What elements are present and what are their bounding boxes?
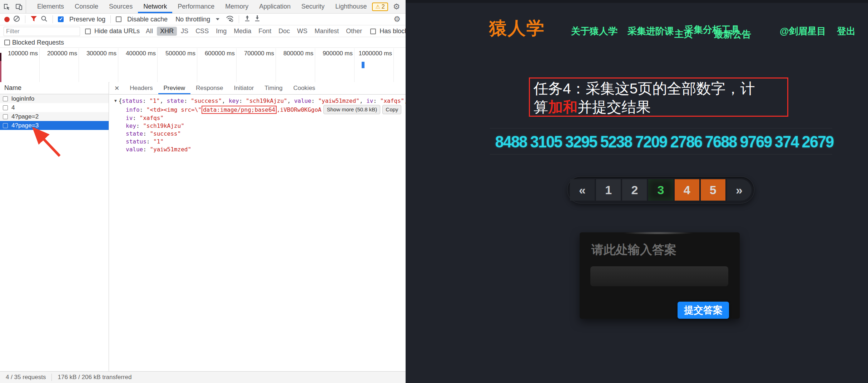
close-detail-icon[interactable]: ✕ <box>109 82 124 94</box>
import-har-icon[interactable] <box>244 15 251 24</box>
request-type-filter[interactable]: Img <box>213 27 230 36</box>
devtools-tab[interactable]: Network <box>138 0 172 13</box>
network-overview-timeline[interactable]: 100000 ms200000 ms300000 ms400000 ms5000… <box>0 48 406 82</box>
data-number: 8488 <box>495 132 527 151</box>
network-conditions-icon[interactable] <box>226 15 234 24</box>
nav-link[interactable]: 登出 <box>837 25 855 37</box>
network-filter-row: Hide data URLs AllXHRJSCSSImgMediaFontDo… <box>0 26 406 37</box>
search-icon[interactable] <box>41 15 48 24</box>
json-info-line: info: "<td><img src=\"data:image/png;bas… <box>114 105 406 114</box>
request-type-filter[interactable]: CSS <box>192 27 212 36</box>
device-toolbar-icon[interactable] <box>14 2 24 11</box>
json-property-line: state: "success" <box>114 130 406 138</box>
nav-link[interactable]: @剑眉星目 <box>780 25 826 37</box>
json-property-line: status: "1" <box>114 138 406 146</box>
has-blocked-cookies-checkbox[interactable] <box>370 29 376 34</box>
inspect-element-icon[interactable] <box>2 2 11 11</box>
request-count-summary: 4 / 35 requests <box>0 374 51 381</box>
hide-data-urls-checkbox[interactable] <box>85 29 91 34</box>
base64-highlight-box: data:image/png;base64 <box>202 106 277 114</box>
pagination-button[interactable]: 4 <box>675 179 699 201</box>
detail-tab[interactable]: Initiator <box>229 82 259 94</box>
request-type-filter[interactable]: XHR <box>157 27 177 36</box>
disable-cache-label: Disable cache <box>127 16 168 23</box>
pagination-button[interactable]: 5 <box>701 179 725 201</box>
filter-input[interactable] <box>4 27 80 36</box>
devtools-tab[interactable]: Performance <box>172 0 220 13</box>
detail-tab[interactable]: Response <box>190 82 229 94</box>
request-name: 4?page=2 <box>11 113 39 120</box>
numbers-row: 848831053295523872092786768897693742679 <box>494 132 834 151</box>
devtools-tab[interactable]: Memory <box>220 0 254 13</box>
table-row[interactable]: 4 <box>0 103 109 112</box>
request-type-filter[interactable]: WS <box>294 27 311 36</box>
preserve-log-checkbox[interactable] <box>58 16 64 22</box>
throttling-select[interactable]: No throttling <box>175 16 210 23</box>
devtools-tab[interactable]: Sources <box>104 0 138 13</box>
json-property-line: key: "sch19kAjzu" <box>114 122 406 130</box>
warning-icon: ⚠ <box>375 4 380 10</box>
detail-tab[interactable]: Preview <box>158 82 190 94</box>
table-row[interactable]: loginInfo <box>0 94 109 103</box>
requests-rows: loginInfo 4 4?page=2 4?page=3 <box>0 94 109 130</box>
task-text-suffix: 并提交结果 <box>577 99 651 115</box>
table-row[interactable]: 4?page=2 <box>0 112 109 121</box>
pagination-button[interactable]: 1 <box>596 179 621 201</box>
blocked-requests-checkbox[interactable] <box>4 40 10 45</box>
request-type-filter[interactable]: Doc <box>275 27 293 36</box>
clear-icon[interactable] <box>13 15 20 24</box>
request-type-filter[interactable]: Other <box>343 27 365 36</box>
request-type-filter[interactable]: JS <box>178 27 192 36</box>
record-button[interactable] <box>4 17 10 22</box>
requests-name-column-header[interactable]: Name <box>0 82 109 94</box>
timeline-gridline: 100000 ms <box>39 48 40 82</box>
timeline-tick-label: 700000 ms <box>244 50 274 57</box>
filter-funnel-icon[interactable] <box>30 16 37 23</box>
answer-input[interactable] <box>590 266 728 286</box>
row-checkbox[interactable] <box>3 123 8 128</box>
pagination-button[interactable]: « <box>570 179 595 201</box>
request-type-filter[interactable]: All <box>143 27 156 36</box>
pagination-button[interactable]: 3 <box>648 179 673 201</box>
devtools-tab[interactable]: Console <box>69 0 104 13</box>
data-number: 5238 <box>600 132 632 151</box>
row-checkbox[interactable] <box>3 105 8 110</box>
detail-tabs: HeadersPreviewResponseInitiatorTimingCoo… <box>124 82 321 94</box>
settings-gear-icon[interactable]: ⚙ <box>393 3 400 11</box>
copy-button[interactable]: Copy <box>382 105 401 114</box>
nav-link[interactable]: 最新公告 <box>714 28 751 41</box>
requests-panel: Name loginInfo 4 4?page=2 4?page=3 <box>0 82 109 371</box>
devtools-tab[interactable]: Application <box>254 0 296 13</box>
detail-tab[interactable]: Cookies <box>288 82 321 94</box>
timeline-tick-label: 200000 ms <box>47 50 77 57</box>
task-highlight: 加和 <box>548 99 577 115</box>
export-har-icon[interactable] <box>254 15 261 24</box>
issues-warning-badge[interactable]: ⚠2 <box>372 2 388 11</box>
site-logo[interactable]: 猿人学 <box>489 16 545 40</box>
disclosure-triangle-icon[interactable]: ▼ <box>114 99 117 103</box>
request-type-filter[interactable]: Font <box>255 27 274 36</box>
submit-answer-button[interactable]: 提交答案 <box>678 302 729 319</box>
timeline-tick-label: 900000 ms <box>323 50 353 57</box>
devtools-tab[interactable]: Elements <box>32 0 69 13</box>
detail-tab[interactable]: Headers <box>124 82 158 94</box>
table-row[interactable]: 4?page=3 <box>0 121 109 130</box>
pagination: «12345» <box>567 176 754 203</box>
show-more-button[interactable]: Show more (50.8 kB) <box>323 105 380 114</box>
nav-link[interactable]: 采集进阶课 <box>628 25 674 37</box>
data-number: 2786 <box>670 132 702 151</box>
disable-cache-checkbox[interactable] <box>116 16 121 22</box>
network-settings-gear-icon[interactable]: ⚙ <box>393 15 406 23</box>
devtools-tab[interactable]: Security <box>296 0 330 13</box>
detail-tab[interactable]: Timing <box>259 82 288 94</box>
request-type-filter[interactable]: Manifest <box>311 27 342 36</box>
pagination-button[interactable]: » <box>727 179 752 201</box>
row-checkbox[interactable] <box>3 96 8 101</box>
request-type-filter[interactable]: Media <box>230 27 254 36</box>
pagination-button[interactable]: 2 <box>622 179 647 201</box>
data-number: 3105 <box>530 132 562 151</box>
row-checkbox[interactable] <box>3 114 8 119</box>
json-summary-line[interactable]: ▼{status: "1", state: "success", key: "s… <box>114 97 406 105</box>
nav-link[interactable]: 关于猿人学 <box>571 25 617 37</box>
devtools-tab[interactable]: Lighthouse <box>330 0 372 13</box>
